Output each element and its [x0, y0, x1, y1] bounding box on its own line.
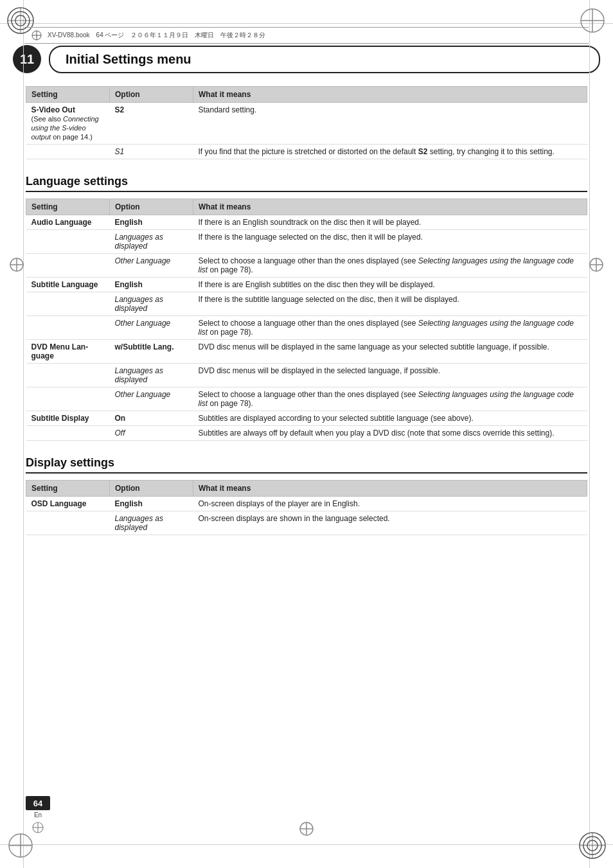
setting-cell: [26, 230, 110, 254]
what-cell: Subtitles are displayed according to you…: [193, 411, 587, 426]
display-section-heading: Display settings: [26, 456, 587, 474]
setting-cell: S-Video Out (See also Connecting using t…: [26, 103, 110, 145]
setting-label: S-Video Out: [31, 105, 75, 114]
th-what-lang: What it means: [193, 199, 587, 215]
option-cell: Other Language: [110, 316, 193, 340]
bottom-center-crosshair: [299, 821, 314, 838]
table-row: Languages as displayed If there is the s…: [26, 292, 587, 316]
th-option-1: Option: [110, 87, 193, 103]
option-cell: Languages as displayed: [110, 230, 193, 254]
option-label: Other Language: [115, 319, 171, 328]
setting-label: OSD Language: [31, 499, 87, 508]
option-label: English: [115, 499, 143, 508]
right-side-crosshair: [589, 257, 604, 274]
setting-cell: DVD Menu Lan-guage: [26, 340, 110, 364]
setting-cell: [26, 254, 110, 278]
setting-label: Subtitle Display: [31, 414, 89, 423]
bottom-border-line: [0, 844, 613, 845]
option-cell: Other Language: [110, 387, 193, 411]
what-cell: On-screen displays are shown in the lang…: [193, 511, 587, 535]
table-row: Other Language Select to choose a langua…: [26, 254, 587, 278]
option-cell: Off: [110, 426, 193, 441]
what-cell: If there is the subtitle language select…: [193, 292, 587, 316]
option-cell: S2: [110, 103, 193, 145]
header-crosshair-icon: [31, 30, 42, 41]
what-cell: If you find that the picture is stretche…: [193, 145, 587, 159]
table-row: DVD Menu Lan-guage w/Subtitle Lang. DVD …: [26, 340, 587, 364]
setting-cell: [26, 292, 110, 316]
option-cell: On: [110, 411, 193, 426]
table-row: Languages as displayed On-screen display…: [26, 511, 587, 535]
what-cell: DVD disc menus will be displayed in the …: [193, 340, 587, 364]
option-label: Languages as displayed: [115, 514, 163, 532]
th-setting-disp: Setting: [26, 481, 110, 497]
option-cell: Languages as displayed: [110, 292, 193, 316]
option-label: Languages as displayed: [115, 366, 163, 384]
page-lang: En: [34, 811, 42, 819]
file-info-text: XV-DV88.book 64 ページ ２０６年１１月９日 木曜日 午後２時２８…: [48, 31, 266, 40]
what-cell: If there is the language selected on the…: [193, 230, 587, 254]
option-label: Languages as displayed: [115, 233, 163, 251]
setting-cell: OSD Language: [26, 497, 110, 511]
table-row: Languages as displayed DVD disc menus wi…: [26, 364, 587, 387]
option-label: Off: [115, 429, 125, 438]
language-settings-table: Setting Option What it means Audio Langu…: [26, 199, 587, 441]
th-setting-lang: Setting: [26, 199, 110, 215]
option-cell: English: [110, 215, 193, 230]
option-label: S2: [115, 105, 125, 114]
option-cell: w/Subtitle Lang.: [110, 340, 193, 364]
option-label: Other Language: [115, 390, 171, 399]
corner-bl-decoration: [5, 830, 36, 863]
display-settings-table: Setting Option What it means OSD Languag…: [26, 480, 587, 535]
option-label: English: [115, 280, 143, 289]
right-border-line: [589, 0, 590, 868]
setting-cell: [26, 387, 110, 411]
option-label: S1: [115, 147, 125, 156]
s-video-table: Setting Option What it means S-Video Out…: [26, 86, 587, 159]
th-option-lang: Option: [110, 199, 193, 215]
table-row: Audio Language English If there is an En…: [26, 215, 587, 230]
option-label: On: [115, 414, 126, 423]
setting-cell: Audio Language: [26, 215, 110, 230]
th-what-1: What it means: [193, 87, 587, 103]
language-section-heading: Language settings: [26, 175, 587, 192]
option-label: English: [115, 218, 143, 227]
table-row: Subtitle Language English If there is ar…: [26, 278, 587, 292]
option-label: w/Subtitle Lang.: [115, 342, 174, 351]
what-cell: If there is an English soundtrack on the…: [193, 215, 587, 230]
setting-label: DVD Menu Lan-guage: [31, 342, 89, 360]
setting-label: Subtitle Language: [31, 280, 98, 289]
what-cell: On-screen displays of the player are in …: [193, 497, 587, 511]
table-row: S-Video Out (See also Connecting using t…: [26, 103, 587, 145]
option-cell: English: [110, 278, 193, 292]
top-border-line: [0, 23, 613, 24]
main-content: Setting Option What it means S-Video Out…: [26, 86, 587, 535]
corner-br-decoration: [577, 830, 608, 863]
table-row: Other Language Select to choose a langua…: [26, 387, 587, 411]
chapter-heading: 11 Initial Settings menu: [13, 45, 600, 73]
option-cell: Languages as displayed: [110, 511, 193, 535]
what-cell: Select to choose a language other than t…: [193, 387, 587, 411]
th-what-disp: What it means: [193, 481, 587, 497]
what-cell: Select to choose a language other than t…: [193, 254, 587, 278]
option-label: Other Language: [115, 256, 171, 265]
setting-label: Audio Language: [31, 218, 92, 227]
what-cell: DVD disc menus will be displayed in the …: [193, 364, 587, 387]
what-cell: If there is are English subtitles on the…: [193, 278, 587, 292]
what-cell: Subtitles are always off by default when…: [193, 426, 587, 441]
table-row: OSD Language English On-screen displays …: [26, 497, 587, 511]
table-row: Subtitle Display On Subtitles are displa…: [26, 411, 587, 426]
file-header-bar: XV-DV88.book 64 ページ ２０６年１１月９日 木曜日 午後２時２８…: [24, 27, 589, 44]
option-cell: Languages as displayed: [110, 364, 193, 387]
th-setting-1: Setting: [26, 87, 110, 103]
table-row: Languages as displayed If there is the l…: [26, 230, 587, 254]
left-side-crosshair: [9, 257, 24, 274]
setting-cell: [26, 145, 110, 159]
setting-cell: [26, 364, 110, 387]
left-border-line: [23, 0, 24, 868]
setting-cell: [26, 511, 110, 535]
what-cell: Select to choose a language other than t…: [193, 316, 587, 340]
what-cell: Standard setting.: [193, 103, 587, 145]
option-label: Languages as displayed: [115, 295, 163, 313]
chapter-title: Initial Settings menu: [49, 46, 600, 73]
